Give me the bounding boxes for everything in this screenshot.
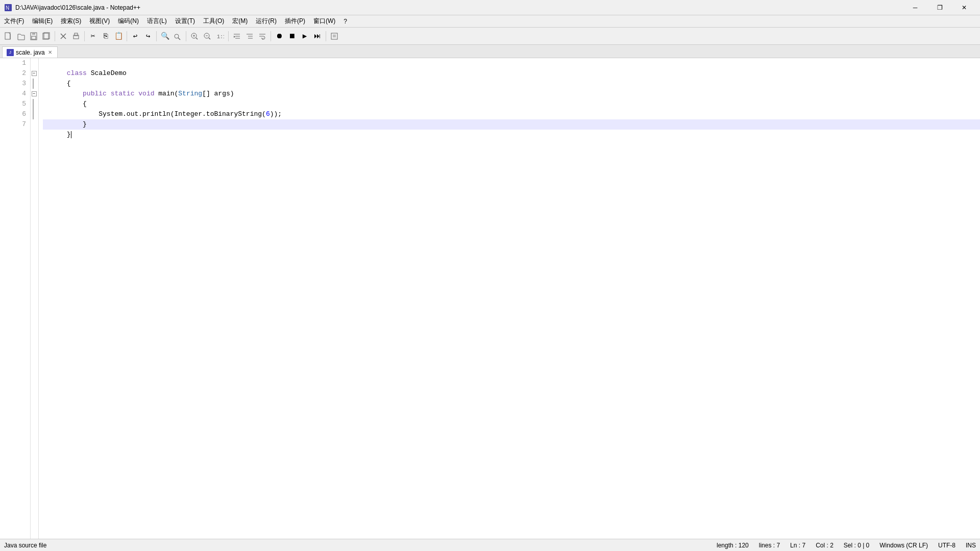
window-title: D:\JAVA\javadoc\0126\scale.java - Notepa… — [15, 4, 140, 11]
menu-encoding[interactable]: 编码(N) — [114, 15, 143, 27]
close-button[interactable]: ✕ — [952, 0, 976, 15]
fold-cell-1 — [31, 58, 38, 68]
fold-cell-2[interactable]: − — [31, 68, 38, 79]
fold-marker-4[interactable]: − — [32, 91, 37, 96]
fold-cell-3 — [33, 79, 38, 89]
fold-marker-2[interactable]: − — [32, 71, 37, 76]
menu-edit[interactable]: 编辑(E) — [28, 15, 57, 27]
line-num-3: 3 — [0, 79, 30, 89]
menu-macro[interactable]: 宏(M) — [228, 15, 252, 27]
run-macro-button[interactable]: ⏭ — [311, 30, 324, 42]
status-right: length : 120 lines : 7 Ln : 7 Col : 2 Se… — [717, 542, 976, 549]
fold-cell-5 — [33, 99, 38, 109]
menu-file[interactable]: 文件(F) — [0, 15, 28, 27]
svg-rect-5 — [32, 36, 36, 39]
minimize-button[interactable]: ─ — [903, 0, 927, 15]
line-num-5: 5 — [0, 99, 30, 109]
status-lines: lines : 7 — [759, 542, 780, 549]
svg-line-20 — [209, 38, 210, 39]
svg-rect-4 — [32, 33, 35, 35]
line-num-1: 1 — [0, 58, 30, 68]
code-line-7[interactable]: } — [43, 119, 980, 130]
close-button-tb[interactable] — [57, 30, 69, 42]
extra1-button[interactable] — [328, 30, 340, 42]
line-num-4: 4 — [0, 89, 30, 99]
fold-margin: − − — [31, 58, 39, 539]
editor-container[interactable]: 1 2 3 4 5 6 7 − − class ScaleDemo { p — [0, 58, 980, 539]
code-line-5[interactable]: System.out.println(Integer.toBinaryStrin… — [43, 99, 980, 109]
line-num-2: 2 — [0, 68, 30, 79]
notepadpp-icon: N — [4, 4, 12, 12]
menu-language[interactable]: 语言(L) — [143, 15, 171, 27]
fold-cell-7 — [31, 119, 38, 130]
code-editor[interactable]: class ScaleDemo { public static void mai… — [39, 58, 980, 539]
status-ln: Ln : 7 — [790, 542, 805, 549]
line-num-7: 7 — [0, 119, 30, 130]
find-replace-button[interactable] — [172, 30, 184, 42]
menu-tools[interactable]: 工具(O) — [199, 15, 228, 27]
text-cursor — [71, 131, 71, 138]
menu-run[interactable]: 运行(R) — [252, 15, 281, 27]
status-length: length : 120 — [717, 542, 749, 549]
paste-button[interactable]: 📋 — [112, 30, 125, 42]
tab-bar: J scale. java ✕ — [0, 45, 980, 58]
svg-line-17 — [196, 38, 198, 39]
stop-record-button[interactable]: ⏹ — [286, 30, 298, 42]
svg-text:N: N — [6, 5, 9, 11]
svg-text:1:1: 1:1 — [217, 34, 224, 40]
file-type-label: Java source file — [4, 542, 46, 549]
code-line-2[interactable]: { — [43, 68, 980, 79]
tab-close-button[interactable]: ✕ — [47, 49, 53, 56]
svg-rect-28 — [331, 33, 337, 39]
wordwrap-button[interactable] — [256, 30, 268, 42]
menu-view[interactable]: 视图(V) — [85, 15, 114, 27]
menu-help[interactable]: ? — [339, 15, 351, 27]
fold-cell-4[interactable]: − — [31, 89, 38, 99]
record-macro-button[interactable]: ⏺ — [273, 30, 285, 42]
menu-window[interactable]: 窗口(W) — [309, 15, 339, 27]
title-bar: N D:\JAVA\javadoc\0126\scale.java - Note… — [0, 0, 980, 15]
restore-zoom-button[interactable]: 1:1 — [214, 30, 226, 42]
print-button[interactable] — [70, 30, 82, 42]
status-sel: Sel : 0 | 0 — [844, 542, 869, 549]
svg-line-13 — [178, 38, 180, 40]
play-macro-button[interactable]: ▶ — [299, 30, 311, 42]
undo-button[interactable]: ↩ — [129, 30, 141, 42]
status-charset: UTF-8 — [938, 542, 955, 549]
title-bar-left: N D:\JAVA\javadoc\0126\scale.java - Note… — [4, 4, 140, 12]
menu-search[interactable]: 搜索(S) — [57, 15, 85, 27]
open-button[interactable] — [15, 30, 27, 42]
zoom-in-button[interactable] — [188, 30, 201, 42]
window-controls[interactable]: ─ ❐ ✕ — [903, 0, 976, 15]
toolbar: ✂ ⎘ 📋 ↩ ↪ 🔍 1:1 ⏺ ⏹ ▶ ⏭ — [0, 28, 980, 45]
find-button[interactable]: 🔍 — [159, 30, 171, 42]
code-line-1[interactable]: class ScaleDemo — [43, 58, 980, 68]
keyword-class: class — [67, 69, 87, 77]
save-button[interactable] — [28, 30, 40, 42]
status-bar: Java source file length : 120 lines : 7 … — [0, 539, 980, 551]
menu-plugins[interactable]: 插件(P) — [281, 15, 309, 27]
line-numbers: 1 2 3 4 5 6 7 — [0, 58, 31, 539]
save-all-button[interactable] — [40, 30, 53, 42]
unindent-button[interactable] — [243, 30, 256, 42]
new-button[interactable] — [2, 30, 14, 42]
zoom-out-button[interactable] — [201, 30, 213, 42]
status-col: Col : 2 — [816, 542, 834, 549]
menu-bar: 文件(F) 编辑(E) 搜索(S) 视图(V) 编码(N) 语言(L) 设置(T… — [0, 15, 980, 28]
java-file-icon: J — [7, 49, 14, 56]
restore-button[interactable]: ❐ — [928, 0, 951, 15]
status-ins: INS — [966, 542, 976, 549]
fold-cell-6 — [33, 109, 38, 119]
tab-scale-java[interactable]: J scale. java ✕ — [2, 46, 58, 58]
indent-button[interactable] — [231, 30, 243, 42]
redo-button[interactable]: ↪ — [142, 30, 154, 42]
status-eol: Windows (CR LF) — [879, 542, 928, 549]
copy-button[interactable]: ⎘ — [100, 30, 112, 42]
code-line-3[interactable]: public static void main(String[] args) — [43, 79, 980, 89]
menu-settings[interactable]: 设置(T) — [171, 15, 199, 27]
svg-point-12 — [175, 34, 179, 38]
line-num-6: 6 — [0, 109, 30, 119]
cut-button[interactable]: ✂ — [87, 30, 99, 42]
tab-label: scale. java — [16, 49, 45, 56]
